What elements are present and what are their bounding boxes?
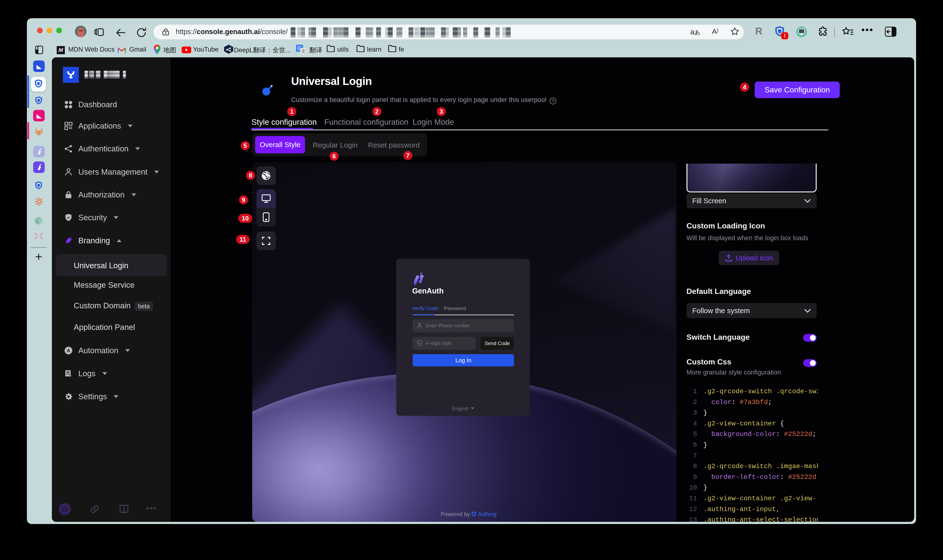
svg-text:A: A [67, 348, 70, 353]
